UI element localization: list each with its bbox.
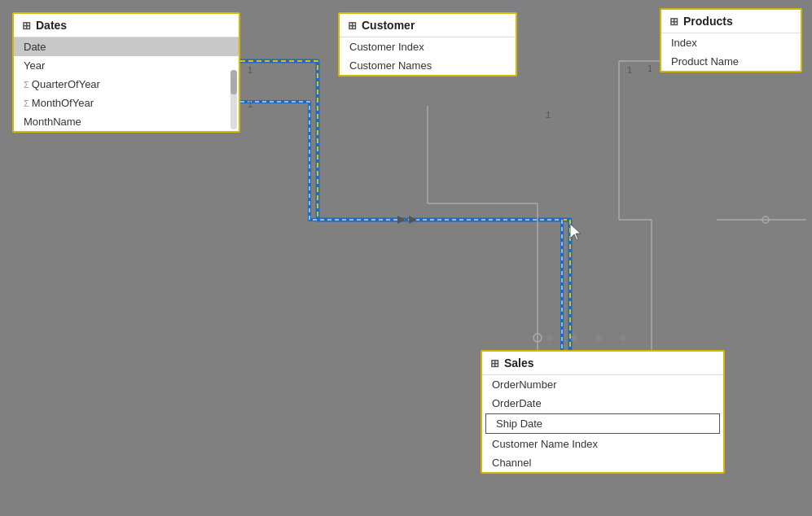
field-monthname[interactable]: MonthName	[14, 112, 239, 131]
cardinality-1c: 1	[546, 110, 551, 120]
field-shipdate[interactable]: Ship Date	[485, 413, 720, 434]
arrow-right-1	[397, 216, 406, 224]
field-ordernumber[interactable]: OrderNumber	[482, 375, 723, 394]
cardinality-1-right: 1	[647, 63, 652, 73]
endpoint-far	[762, 216, 769, 223]
mouse-cursor	[570, 224, 583, 240]
arrow-right-2	[409, 216, 417, 224]
table-icon: ⊞	[669, 15, 678, 28]
table-icon: ⊞	[22, 20, 31, 32]
star-4: ✱	[619, 333, 627, 344]
field-customer-index[interactable]: Customer Index	[340, 37, 516, 56]
field-year[interactable]: Year	[14, 56, 239, 75]
svg-marker-0	[570, 224, 581, 240]
scrollbar[interactable]	[230, 70, 237, 129]
dates-table[interactable]: ⊞ Dates Date Year QuarterOfYear MonthOfY…	[12, 12, 240, 133]
cardinality-1a: 1	[248, 65, 252, 75]
scrollbar-thumb	[230, 70, 237, 94]
field-customer-names[interactable]: Customer Names	[340, 56, 516, 75]
endpoint-sales-1	[533, 334, 542, 342]
star-2: ✱	[570, 333, 578, 344]
table-icon: ⊞	[490, 357, 499, 370]
field-monthofyear[interactable]: MonthOfYear	[14, 94, 239, 112]
products-table-header: ⊞ Products	[661, 10, 801, 33]
customer-table-header: ⊞ Customer	[340, 14, 516, 37]
products-table[interactable]: ⊞ Products Index Product Name	[660, 8, 802, 72]
field-orderdate[interactable]: OrderDate	[482, 394, 723, 413]
field-quarterofyear[interactable]: QuarterOfYear	[14, 75, 239, 94]
sales-table-header: ⊞ Sales	[482, 352, 723, 375]
field-date[interactable]: Date	[14, 37, 239, 56]
customer-table[interactable]: ⊞ Customer Customer Index Customer Names	[338, 12, 517, 77]
field-customer-name-index[interactable]: Customer Name Index	[482, 435, 723, 453]
customer-table-title: Customer	[362, 19, 415, 32]
sales-table[interactable]: ⊞ Sales OrderNumber OrderDate Ship Date …	[481, 350, 725, 474]
star-3: ✱	[595, 333, 603, 344]
products-table-title: Products	[683, 15, 733, 28]
field-channel[interactable]: Channel	[482, 453, 723, 472]
table-icon: ⊞	[348, 20, 357, 32]
dates-table-header: ⊞ Dates	[14, 14, 239, 37]
star-1: ✱	[546, 333, 554, 344]
cardinality-1b: 1	[248, 99, 252, 109]
field-product-name[interactable]: Product Name	[661, 52, 801, 71]
cardinality-1-prod: 1	[627, 65, 632, 75]
dates-table-title: Dates	[36, 19, 67, 32]
sales-table-title: Sales	[504, 356, 534, 370]
field-index[interactable]: Index	[661, 33, 801, 52]
